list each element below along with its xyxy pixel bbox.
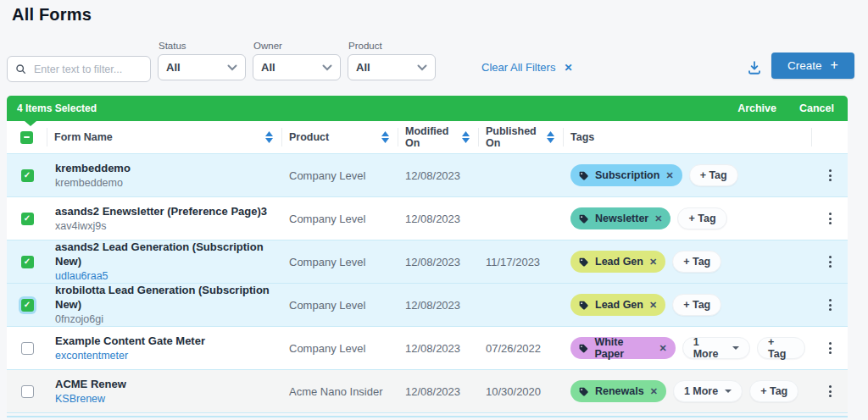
caret-down-icon: [732, 346, 739, 350]
clear-filters-x-icon[interactable]: ✕: [564, 62, 572, 74]
form-name-cell: Example Content Gate Meter excontentmete…: [47, 334, 282, 362]
tag-pill[interactable]: Subscription✕: [570, 164, 682, 186]
select-all-checkbox[interactable]: [20, 131, 33, 144]
status-filter-select[interactable]: All: [158, 54, 246, 80]
add-tag-label: + Tag: [683, 299, 710, 311]
product-cell: Acme Nano Insider: [282, 385, 398, 398]
form-id[interactable]: excontentmeter: [55, 351, 274, 362]
product-filter-select[interactable]: All: [348, 54, 436, 80]
selection-actions: Archive Cancel: [737, 102, 834, 114]
column-header-modified-on[interactable]: Modified On: [398, 128, 479, 146]
row-actions-cell: [812, 252, 848, 271]
published-on-cell: 10/30/2020: [479, 385, 564, 398]
cancel-button[interactable]: Cancel: [799, 102, 834, 114]
column-header-product[interactable]: Product: [282, 128, 398, 146]
form-id[interactable]: udlau6raa5: [55, 271, 274, 283]
clear-all-filters-link[interactable]: Clear All Filters ✕: [481, 61, 572, 74]
sort-icon[interactable]: [265, 131, 273, 143]
product-cell: Company Level: [282, 342, 398, 355]
row-menu-kebab-icon[interactable]: [821, 382, 839, 401]
tag-remove-icon[interactable]: ✕: [654, 213, 662, 224]
table-row: ACME Renew KSBrenew Acme Nano Insider 12…: [7, 370, 848, 413]
row-checkbox-cell: [7, 342, 47, 355]
sort-icon[interactable]: [381, 131, 389, 143]
create-button[interactable]: Create +: [771, 52, 854, 79]
add-tag-button[interactable]: + Tag: [757, 337, 805, 359]
status-filter-value: All: [166, 61, 181, 74]
more-tags-dropdown[interactable]: 1 More: [682, 337, 750, 359]
form-name-link[interactable]: ACME Renew: [55, 378, 274, 391]
tag-remove-icon[interactable]: ✕: [649, 257, 657, 268]
row-menu-kebab-icon[interactable]: [821, 209, 839, 228]
row-checkbox[interactable]: ✓: [21, 256, 34, 268]
row-actions-cell: [812, 296, 848, 314]
row-checkbox[interactable]: [21, 342, 34, 355]
tag-remove-icon[interactable]: ✕: [650, 386, 658, 397]
row-menu-kebab-icon[interactable]: [821, 166, 839, 185]
add-tag-button[interactable]: + Tag: [672, 251, 721, 273]
add-tag-button[interactable]: + Tag: [749, 380, 798, 402]
tag-pill[interactable]: Lead Gen✕: [570, 294, 665, 316]
add-tag-label: + Tag: [683, 256, 710, 268]
chevron-down-icon: [322, 64, 332, 71]
column-header-published-on[interactable]: Published On: [479, 128, 564, 146]
tag-label: Renewals: [595, 385, 644, 397]
tag-remove-icon[interactable]: ✕: [665, 170, 673, 181]
column-header-form-name[interactable]: Form Name: [47, 128, 282, 146]
tag-remove-icon[interactable]: ✕: [649, 300, 657, 311]
row-actions-cell: [812, 166, 848, 185]
tag-label: Newsletter: [595, 213, 648, 224]
modified-on-cell: 12/08/2023: [398, 385, 479, 398]
owner-filter-label: Owner: [253, 41, 341, 51]
create-button-label: Create: [787, 59, 822, 72]
row-menu-kebab-icon[interactable]: [821, 339, 839, 357]
form-name-link[interactable]: krobilotta Lead Generation (Subscription…: [55, 284, 274, 312]
row-checkbox[interactable]: ✓: [21, 169, 34, 182]
product-filter-label: Product: [348, 41, 436, 51]
table-row: ✓ asands2 Lead Generation (Subscription …: [7, 240, 848, 284]
form-name-link[interactable]: Example Content Gate Meter: [55, 334, 274, 348]
tag-pill[interactable]: Lead Gen✕: [570, 251, 665, 273]
sort-icon[interactable]: [462, 131, 470, 143]
next-row-edge: [7, 416, 848, 417]
sort-icon[interactable]: [547, 131, 554, 143]
search-icon: [15, 64, 26, 75]
form-name-cell: asands2 Lead Generation (Subscription Ne…: [47, 240, 282, 282]
tag-pill[interactable]: White Paper✕: [570, 337, 676, 359]
row-checkbox-cell: [7, 385, 47, 398]
row-menu-kebab-icon[interactable]: [821, 252, 839, 271]
form-name-link[interactable]: asands2 Lead Generation (Subscription Ne…: [55, 240, 274, 268]
product-cell: Company Level: [282, 213, 398, 225]
owner-filter-select[interactable]: All: [253, 54, 341, 80]
search-input[interactable]: [32, 63, 142, 76]
row-checkbox[interactable]: [21, 385, 34, 398]
download-button[interactable]: [743, 57, 765, 79]
form-name-cell: krobilotta Lead Generation (Subscription…: [47, 284, 282, 325]
tags-cell: Lead Gen✕+ Tag: [564, 251, 812, 273]
add-tag-button[interactable]: + Tag: [689, 164, 738, 186]
archive-button[interactable]: Archive: [737, 102, 776, 114]
row-checkbox-cell: ✓: [7, 299, 47, 312]
row-checkbox[interactable]: ✓: [21, 299, 34, 312]
row-checkbox-cell: ✓: [7, 169, 47, 182]
download-icon: [747, 60, 762, 75]
tag-pill[interactable]: Renewals✕: [570, 380, 666, 402]
form-id[interactable]: KSBrenew: [55, 394, 274, 406]
modified-on-cell: 12/08/2023: [398, 299, 479, 312]
form-name-link[interactable]: asands2 Enewsletter (Preference Page)3: [55, 205, 274, 218]
tag-remove-icon[interactable]: ✕: [659, 343, 666, 354]
chevron-down-icon: [227, 64, 237, 71]
form-name-link[interactable]: krembeddemo: [55, 162, 274, 175]
tag-pill[interactable]: Newsletter✕: [570, 207, 670, 229]
tags-cell: Newsletter✕+ Tag: [564, 207, 812, 229]
more-tags-dropdown[interactable]: 1 More: [673, 380, 743, 402]
product-cell: Company Level: [282, 169, 398, 182]
table-row: Example Content Gate Meter excontentmete…: [7, 327, 848, 370]
row-menu-kebab-icon[interactable]: [821, 296, 839, 314]
add-tag-button[interactable]: + Tag: [677, 207, 726, 229]
row-checkbox[interactable]: ✓: [21, 213, 34, 225]
form-name-cell: krembeddemo krembeddemo: [47, 162, 282, 190]
form-name-cell: ACME Renew KSBrenew: [47, 378, 282, 406]
add-tag-button[interactable]: + Tag: [672, 294, 721, 316]
tags-cell: White Paper✕1 More+ Tag: [564, 337, 812, 359]
